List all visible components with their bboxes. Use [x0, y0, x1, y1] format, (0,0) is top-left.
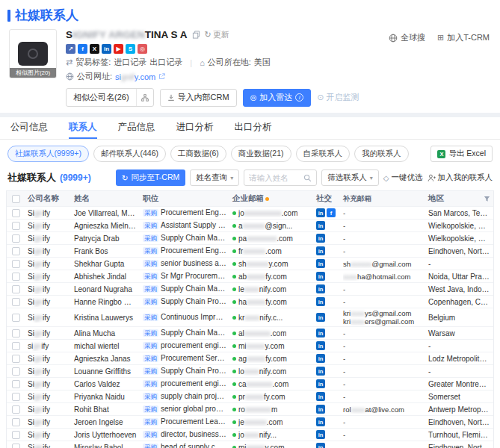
- company-image[interactable]: 相似图片(20): [9, 29, 57, 78]
- linkedin-icon[interactable]: in: [316, 443, 325, 448]
- tab[interactable]: 进口分析: [176, 117, 214, 139]
- linkedin-icon[interactable]: in: [316, 221, 325, 230]
- refresh-button[interactable]: ↻更新: [205, 29, 229, 40]
- row-checkbox[interactable]: [12, 222, 20, 230]
- tab[interactable]: 出口分析: [235, 117, 272, 139]
- table-row[interactable]: SignifyCarlos Valdez采购procurement engine…: [7, 378, 493, 391]
- linkedin-icon[interactable]: in: [316, 392, 325, 401]
- linkedin-icon[interactable]: in: [316, 329, 325, 337]
- similar-company-label[interactable]: 相似公司名(26): [67, 89, 136, 106]
- table-row[interactable]: SignifyPatrycja Drab采购Supply Chain Manag…: [7, 232, 493, 245]
- table-row[interactable]: SignifyKristina Lauwerys采购Continuous Imp…: [7, 308, 493, 327]
- row-checkbox[interactable]: [12, 380, 20, 388]
- linkedin-icon[interactable]: in: [316, 272, 325, 281]
- facebook-icon[interactable]: f: [327, 208, 336, 217]
- row-checkbox[interactable]: [12, 285, 20, 293]
- linkedin-icon[interactable]: in: [316, 367, 325, 376]
- linkedin-icon[interactable]: in: [316, 313, 325, 322]
- join-tcrm-button[interactable]: ⊞ 加入T-CRM: [437, 32, 490, 43]
- tab[interactable]: 产品信息: [118, 117, 155, 139]
- row-checkbox[interactable]: [12, 273, 20, 281]
- row-checkbox[interactable]: [12, 342, 20, 350]
- row-checkbox[interactable]: [12, 431, 20, 439]
- tab[interactable]: 公司信息: [10, 117, 48, 139]
- table-row[interactable]: SignifyAgnieszka Mielniczuk采购Assistant S…: [7, 220, 493, 232]
- linkedin-icon[interactable]: in: [316, 354, 325, 363]
- import-crm-button[interactable]: 导入内部CRM: [160, 89, 237, 107]
- filter-funnel-icon[interactable]: [484, 196, 490, 202]
- row-checkbox[interactable]: [12, 247, 20, 255]
- filter-chip[interactable]: 社媒联系人(9999+): [7, 146, 89, 162]
- org-chart-icon[interactable]: [136, 89, 153, 106]
- row-checkbox[interactable]: [12, 314, 20, 322]
- row-checkbox[interactable]: [12, 298, 20, 306]
- external-link-icon[interactable]: [158, 73, 165, 80]
- table-row[interactable]: SignifyJoris Uytterhoeven采购director, bus…: [7, 429, 493, 441]
- row-checkbox[interactable]: [12, 209, 20, 217]
- table-row[interactable]: SignifyAgnieszka Janas采购Procurement Serv…: [7, 352, 493, 365]
- row-checkbox[interactable]: [12, 367, 20, 376]
- one-click-select-button[interactable]: ◇ 一键优选: [383, 172, 423, 183]
- name-query-select[interactable]: 姓名查询 ▾: [190, 169, 239, 186]
- table-row[interactable]: SignifyHanne Ringbo Maur...采购Supply Chai…: [7, 296, 493, 308]
- row-checkbox[interactable]: [12, 444, 20, 448]
- table-row[interactable]: SignifyMiroslav Babol, CPIM采购head of sup…: [7, 441, 493, 448]
- row-checkbox[interactable]: [12, 329, 20, 337]
- start-monitor-button[interactable]: ⊙ 开启监测: [317, 92, 359, 103]
- linkedin-icon[interactable]: in: [316, 297, 325, 306]
- table-row[interactable]: SignifyAbhishek Jindal采购Sr Mgr Procureme…: [7, 270, 493, 283]
- linkedin-icon[interactable]: in: [316, 341, 325, 350]
- filter-chip[interactable]: 工商数据(6): [170, 146, 226, 162]
- select-all-checkbox[interactable]: [12, 195, 20, 203]
- youtube-icon[interactable]: ▶: [114, 44, 123, 54]
- name-search-input[interactable]: [249, 173, 301, 182]
- row-checkbox[interactable]: [12, 355, 20, 363]
- linkedin-icon[interactable]: in: [316, 246, 325, 255]
- facebook-icon[interactable]: f: [78, 44, 87, 54]
- global-search-button[interactable]: 全球搜: [389, 32, 425, 43]
- skype-icon[interactable]: S: [126, 44, 135, 54]
- x-icon[interactable]: X: [90, 44, 99, 54]
- row-checkbox[interactable]: [12, 405, 20, 414]
- table-row[interactable]: SignifyLeonard Nugraha采购Supply Chain Man…: [7, 283, 493, 296]
- linkedin-icon[interactable]: in: [316, 208, 325, 217]
- export-records-link[interactable]: 出口记录: [149, 57, 182, 68]
- row-checkbox[interactable]: [12, 234, 20, 243]
- linkedin-icon[interactable]: in: [316, 417, 325, 426]
- table-row[interactable]: SignifyJeroen Ingelse采购Procurement Leade…: [7, 416, 493, 429]
- linkedin-icon[interactable]: in: [316, 234, 325, 243]
- row-checkbox[interactable]: [12, 393, 20, 401]
- sync-tcrm-button[interactable]: ↻ 同步至T-CRM: [116, 169, 186, 186]
- table-row[interactable]: SignifyShekhar Gupta采购senior business an…: [7, 258, 493, 270]
- join-radar-button[interactable]: ◎ 加入雷达 i: [243, 89, 312, 107]
- table-row[interactable]: SignifyAlina Mucha采购Supply Chain Manager…: [7, 327, 493, 340]
- share-icon[interactable]: ↗: [66, 44, 75, 54]
- filter-contacts-dropdown[interactable]: 筛选联系人 ▾: [321, 169, 379, 186]
- linkedin-icon[interactable]: in: [316, 430, 325, 439]
- copy-icon[interactable]: [192, 31, 200, 39]
- similar-images-label[interactable]: 相似图片(20): [10, 68, 56, 78]
- filter-chip[interactable]: 自采联系人: [296, 146, 351, 162]
- linkedin-icon[interactable]: in: [316, 284, 325, 293]
- instagram-icon[interactable]: ◎: [138, 44, 147, 54]
- table-row[interactable]: signifymichal wiertel采购procurement engin…: [7, 340, 493, 352]
- table-row[interactable]: SignifyJoe Villarreal, MBA采购Procurement …: [7, 207, 493, 220]
- filter-chip[interactable]: 商业数据(21): [231, 146, 291, 162]
- filter-chip[interactable]: 邮件联系人(446): [93, 146, 166, 162]
- search-icon[interactable]: [303, 174, 312, 182]
- table-row[interactable]: SignifyRohit Bhat采购senior global procure…: [7, 403, 493, 416]
- similar-company-control[interactable]: 相似公司名(26): [66, 88, 154, 107]
- table-row[interactable]: SignifyFrank Bos采购Procurement Engineerfr…: [7, 245, 493, 258]
- tab[interactable]: 联系人: [69, 117, 97, 139]
- linkedin-icon[interactable]: in: [102, 44, 111, 54]
- company-website-link[interactable]: signify.com: [115, 72, 155, 81]
- table-row[interactable]: SignifyPriyanka Naidu采购supply chain proj…: [7, 391, 493, 403]
- linkedin-icon[interactable]: in: [316, 405, 325, 414]
- add-my-contacts-button[interactable]: 加入我的联系人: [428, 172, 493, 183]
- filter-chip[interactable]: 我的联系人: [354, 146, 409, 162]
- linkedin-icon[interactable]: in: [316, 259, 325, 268]
- export-excel-button[interactable]: X 导出 Excel: [430, 146, 493, 162]
- linkedin-icon[interactable]: in: [316, 379, 325, 388]
- import-records-link[interactable]: 进口记录: [114, 57, 146, 68]
- row-checkbox[interactable]: [12, 260, 20, 268]
